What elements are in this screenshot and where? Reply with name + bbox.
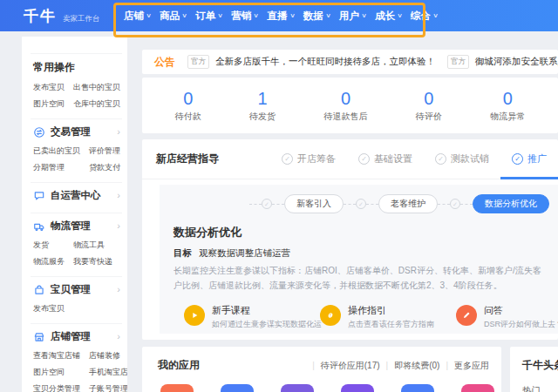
connector-line: [366, 204, 378, 205]
sidebar-link[interactable]: 仓库中的宝贝: [73, 96, 122, 112]
chevron-right-icon[interactable]: ›: [117, 285, 120, 294]
sidebar-link[interactable]: 物流工具: [73, 237, 122, 253]
my-apps-link[interactable]: 即将续费(0): [380, 360, 440, 372]
chevron-down-icon: ∨: [254, 12, 260, 19]
action-icon: [456, 305, 477, 326]
substep-pill[interactable]: 数据分析优化: [473, 194, 549, 213]
nav-menu-item[interactable]: 订单 ∨: [195, 10, 222, 23]
substep: 新客引入: [249, 194, 344, 213]
chevron-right-icon[interactable]: ›: [117, 191, 120, 200]
chevron-down-icon: ∨: [432, 12, 439, 19]
logo[interactable]: 千牛 卖家工作台: [24, 6, 100, 26]
sidebar-link[interactable]: 宝贝分类管理: [33, 381, 80, 392]
sidebar-link[interactable]: 图片空间: [33, 364, 80, 381]
nav-menu-item[interactable]: 成长 ∨: [375, 10, 402, 23]
sidebar-section-header[interactable]: 自运营中心 ›: [33, 189, 122, 202]
nav-menu-item[interactable]: 用户 ∨: [339, 10, 366, 23]
sidebar-link[interactable]: 发布宝贝: [33, 79, 65, 96]
sidebar-link[interactable]: 店铺装修: [89, 348, 127, 364]
sidebar-section: 交易管理 › 已卖出的宝贝评价管理分期管理贷款支付: [33, 118, 122, 176]
stat-item[interactable]: 1 待发货: [249, 89, 276, 123]
tab-hot[interactable]: 热门: [522, 385, 558, 392]
guidance-content: 数据分析优化 目标 观察数据调整店铺运营 长期监控关注生意参谋以下指标：店铺RO…: [160, 213, 558, 330]
sidebar-link[interactable]: 贷款支付: [89, 159, 122, 176]
stat-label: 待退款售后: [323, 111, 367, 123]
guidance-action-item[interactable]: 新手课程 如何通过生意参谋实现数据化运: [184, 305, 320, 330]
stat-value: 0: [416, 89, 442, 108]
nav-menu-item[interactable]: 综合 ∨: [411, 10, 438, 23]
sidebar-link[interactable]: 我要寄快递: [73, 253, 122, 270]
substep: 数据分析优化: [438, 194, 549, 213]
goal-line: 目标 观察数据调整店铺运营: [174, 247, 544, 260]
nav-item-label: 直播: [268, 10, 288, 23]
order-stats: 0 待付款 1 待发货 0 待退款售后 0 待评价 0 物流异常: [142, 78, 558, 133]
nav-menu-item[interactable]: 营销 ∨: [231, 10, 258, 23]
sidebar-section: 自运营中心 ›: [33, 182, 122, 206]
my-apps-link[interactable]: 待评价应用(17): [306, 360, 379, 372]
announcement-text[interactable]: 御城河添加安全联系人及关注整改的: [475, 56, 558, 68]
sidebar-link[interactable]: 图片空间: [33, 96, 65, 112]
my-apps-link[interactable]: 更多应用: [439, 360, 489, 372]
guidance-step-tab[interactable]: 推广: [500, 139, 558, 179]
guidance-header: 新店经营指导 开店筹备 基础设置 测款试销: [142, 139, 558, 179]
app-icon[interactable]: ♛: [221, 384, 254, 392]
step-label: 测款试销: [451, 152, 489, 166]
sidebar-link[interactable]: 已卖出的宝贝: [33, 143, 80, 159]
action-icon: [184, 305, 205, 326]
sidebar-section-header[interactable]: 店铺管理 ›: [33, 330, 122, 343]
sidebar-link[interactable]: 出售中的宝贝: [73, 79, 122, 96]
nav-item-label: 店铺: [124, 10, 144, 23]
app-icon[interactable]: ≡: [341, 384, 374, 392]
guidance-step-tab[interactable]: 开店筹备: [270, 139, 347, 179]
guidance-step-tab[interactable]: 基础设置: [347, 139, 424, 179]
sidebar-link[interactable]: 评价管理: [89, 143, 122, 159]
sidebar-section-header[interactable]: 交易管理 ›: [33, 125, 122, 139]
sidebar-link[interactable]: 物流服务: [33, 253, 65, 270]
chevron-right-icon[interactable]: ›: [117, 221, 120, 231]
announcement-bar: 公告 官方 全新多店版千牛，一个旺旺同时接待多店，立即体验！ 官方 御城河添加安…: [142, 50, 558, 74]
nav-menu-item[interactable]: 直播 ∨: [268, 10, 295, 23]
stat-item[interactable]: 0 物流异常: [490, 89, 525, 123]
sidebar-link[interactable]: 发货: [33, 237, 65, 253]
chevron-down-icon: ∨: [397, 12, 403, 19]
guidance-step-tab[interactable]: 测款试销: [424, 139, 500, 179]
guidance-action-item[interactable]: 操作指引 点击查看该任务官方指南: [320, 305, 456, 330]
chevron-down-icon: ∨: [325, 12, 331, 19]
stat-item[interactable]: 0 待评价: [416, 89, 442, 123]
sidebar-link[interactable]: 查看淘宝店铺: [33, 348, 80, 364]
substep-pill[interactable]: 老客维护: [378, 194, 438, 213]
stat-value: 0: [490, 89, 525, 108]
app-icon[interactable]: ✎: [160, 384, 194, 392]
guidance-action-item[interactable]: 问答 DSR评分如何做上去？: [456, 305, 558, 330]
chevron-down-icon: ∨: [181, 12, 187, 19]
sidebar-section-header[interactable]: 常用操作 ›: [33, 60, 122, 75]
shop-guidance-card: 新店经营指导 开店筹备 基础设置 测款试销: [142, 139, 558, 340]
app-icon[interactable]: ◎: [401, 384, 434, 392]
sidebar-link[interactable]: 分期管理: [33, 159, 80, 176]
substeps-flow: 新客引入 老客维护 数据分析优化: [160, 185, 558, 213]
action-description: 如何通过生意参谋实现数据化运: [212, 319, 322, 330]
main-nav: 店铺 ∨ 商品 ∨ 订单 ∨ 营销 ∨ 直播 ∨ 数据 ∨: [124, 0, 438, 31]
announcement-text[interactable]: 全新多店版千牛，一个旺旺同时接待多店，立即体验！: [215, 56, 435, 68]
sidebar-section-header[interactable]: 物流管理 ›: [33, 220, 122, 233]
nav-menu-item[interactable]: 店铺 ∨: [124, 10, 151, 23]
nav-menu-item[interactable]: 商品 ∨: [160, 10, 187, 23]
app-icon[interactable]: $: [281, 384, 314, 392]
chevron-right-icon[interactable]: ›: [117, 332, 120, 341]
stat-item[interactable]: 0 待退款售后: [323, 89, 367, 123]
chevron-right-icon[interactable]: ›: [117, 127, 120, 137]
sidebar-section-icon: [33, 284, 45, 296]
sidebar-section-header[interactable]: 宝贝管理 ›: [33, 283, 122, 296]
sidebar-link[interactable]: 子账号管理: [89, 381, 127, 392]
stat-item[interactable]: 0 待付款: [175, 89, 201, 123]
sidebar-link[interactable]: 发布宝贝: [33, 301, 65, 317]
app-icon[interactable]: e: [461, 384, 494, 392]
sidebar-section-title: 宝贝管理: [51, 283, 91, 296]
sidebar-links: 已卖出的宝贝评价管理分期管理贷款支付: [33, 143, 122, 176]
sidebar-link[interactable]: 手机淘宝店铺: [89, 364, 127, 381]
sidebar-links: 发布宝贝: [33, 301, 122, 317]
nav-menu-item[interactable]: 数据 ∨: [303, 10, 330, 23]
substep-pill[interactable]: 新客引入: [284, 194, 344, 213]
sidebar-section: 宝贝管理 › 发布宝贝: [33, 276, 122, 317]
goal-text: 观察数据调整店铺运营: [199, 247, 290, 258]
